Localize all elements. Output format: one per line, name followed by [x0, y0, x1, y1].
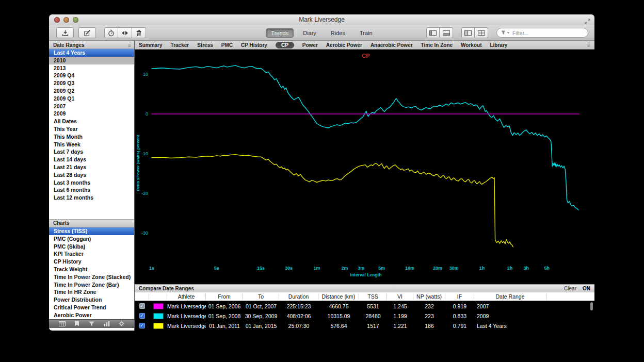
intervals-icon	[121, 30, 129, 36]
x-tick-label: 5m	[378, 266, 385, 271]
column-header-date-range: Date Range	[474, 293, 546, 300]
filter-input[interactable]	[511, 29, 584, 37]
date-range-item-last-7-days[interactable]: Last 7 days	[49, 148, 134, 156]
sidebar-spacer	[49, 202, 134, 219]
compare-scrollbar[interactable]	[590, 302, 593, 310]
date-range-item-all-dates[interactable]: All Dates	[49, 118, 134, 125]
cell-tss: 28480	[359, 313, 387, 319]
compare-row-2009: ✓Mark Liversedge01 Sep, 200830 Sep, 2009…	[135, 311, 594, 321]
tab-stress[interactable]: Stress	[197, 42, 213, 48]
tab-aerobic-power[interactable]: Aerobic Power	[326, 42, 362, 48]
date-range-item-2009-q1[interactable]: 2009 Q1	[49, 95, 134, 103]
date-range-item-2009[interactable]: 2009	[49, 110, 134, 118]
chart-item-track-weight[interactable]: Track Weight	[49, 266, 134, 273]
date-range-item-last-28-days[interactable]: Last 28 days	[49, 171, 134, 179]
chart-item-stress-tiss[interactable]: Stress (TISS)	[49, 227, 134, 235]
toolbar-right: ▾	[426, 27, 594, 38]
tab-anaerobic-power[interactable]: Anaerobic Power	[371, 42, 413, 48]
view-button-train[interactable]: Train	[355, 28, 378, 38]
tab-workout[interactable]: Workout	[461, 42, 481, 48]
chart-item-critical-power-trend[interactable]: Critical Power Trend	[49, 304, 134, 311]
chart-item-time-in-power-zone-bar[interactable]: Time In Power Zone (Bar)	[49, 281, 134, 289]
date-range-item-last-12-months[interactable]: Last 12 months	[49, 194, 134, 202]
compare-title: Compare Date Ranges	[139, 286, 194, 291]
view-button-rides[interactable]: Rides	[326, 28, 350, 38]
date-range-item-2009-q2[interactable]: 2009 Q2	[49, 87, 134, 95]
tabbar-menu-icon[interactable]: ≡	[587, 42, 590, 48]
tab-power[interactable]: Power	[302, 42, 318, 48]
settings-icon[interactable]	[119, 321, 124, 326]
view-button-diary[interactable]: Diary	[298, 28, 321, 38]
tab-cp[interactable]: CP	[276, 42, 294, 48]
chart-item-power-distribution[interactable]: Power Distribution	[49, 296, 134, 304]
date-range-item-last-14-days[interactable]: Last 14 days	[49, 156, 134, 163]
chart-icon[interactable]	[104, 321, 110, 326]
layout-grid-icon	[478, 30, 485, 36]
filter-field[interactable]: ▾	[496, 28, 588, 38]
chart-item-pmc-coggan[interactable]: PMC (Coggan)	[49, 235, 134, 243]
row-checkbox[interactable]: ✓	[139, 313, 145, 319]
chart-item-kpi-tracker[interactable]: KPI Tracker	[49, 250, 134, 258]
filter-icon[interactable]	[89, 321, 94, 326]
date-range-item-last-21-days[interactable]: Last 21 days	[49, 163, 134, 171]
column-header-to: To	[243, 293, 279, 300]
cell-to: 01 Oct, 2007	[243, 303, 279, 309]
compare-on-button[interactable]: ON	[583, 286, 590, 291]
compose-button[interactable]	[78, 27, 96, 38]
row-checkbox[interactable]: ✓	[139, 323, 145, 328]
compare-clear-button[interactable]: Clear	[564, 286, 576, 291]
x-tick-label: 20m	[433, 266, 442, 271]
tab-time-in-zone[interactable]: Time In Zone	[421, 42, 453, 48]
date-range-item-last-4-years[interactable]: Last 4 Years	[49, 49, 134, 57]
download-icon	[61, 29, 69, 37]
date-range-item-2009-q3[interactable]: 2009 Q3	[49, 79, 134, 87]
chart-item-cp-history[interactable]: CP History	[49, 258, 134, 266]
date-range-item-2007[interactable]: 2007	[49, 103, 134, 110]
date-ranges-menu-icon[interactable]: ≡	[128, 42, 131, 48]
x-tick-label: 10m	[405, 266, 414, 271]
date-range-item-2013[interactable]: 2013	[49, 64, 134, 72]
toggle-bottom-panel-button[interactable]	[440, 27, 453, 38]
tab-library[interactable]: Library	[490, 42, 507, 48]
layout-grid-button[interactable]	[475, 27, 488, 38]
x-tick-label: 5h	[544, 266, 550, 271]
date-ranges-title: Date Ranges	[53, 42, 85, 48]
chart-item-time-in-power-zone-stacked[interactable]: Time In Power Zone (Stacked)	[49, 273, 134, 281]
toggle-left-sidebar-button[interactable]	[426, 27, 440, 38]
date-range-item-last-3-months[interactable]: Last 3 months	[49, 179, 134, 187]
chart-area: 100-10-20-301s5s15s30s1m2m3m5m10m20m30m1…	[135, 50, 594, 284]
date-range-item-last-6-months[interactable]: Last 6 months	[49, 186, 134, 194]
calendar-icon[interactable]	[59, 321, 66, 326]
date-range-item-this-month[interactable]: This Month	[49, 133, 134, 141]
tab-pmc[interactable]: PMC	[221, 42, 233, 48]
view-button-trends[interactable]: Trends	[266, 28, 294, 38]
date-range-item-2009-q4[interactable]: 2009 Q4	[49, 72, 134, 79]
chart-item-pmc-skiba[interactable]: PMC (Skiba)	[49, 243, 134, 251]
compare-row-last-4-years: ✓Mark Liversedge01 Jan, 201101 Jan, 2015…	[135, 321, 594, 331]
cp-chart[interactable]: 100-10-20-301s5s15s30s1m2m3m5m10m20m30m1…	[135, 50, 594, 284]
compose-icon	[84, 29, 91, 37]
compare-header: Compare Date Ranges Clear ON	[135, 284, 594, 292]
chart-item-aerobic-power[interactable]: Aerobic Power	[49, 311, 134, 319]
bookmark-icon[interactable]	[74, 321, 79, 326]
cell-athlete: Mark Liversedge	[167, 313, 206, 319]
intervals-button[interactable]	[118, 27, 132, 38]
row-checkbox[interactable]: ✓	[139, 303, 145, 309]
chart-item-time-in-hr-zone[interactable]: Time In HR Zone	[49, 288, 134, 296]
cell-duration: 225:15:23	[279, 303, 318, 309]
stopwatch-button[interactable]	[104, 27, 118, 38]
tab-tracker[interactable]: Tracker	[171, 42, 189, 48]
content: Date Ranges ≡ Last 4 Years201020132009 Q…	[49, 41, 594, 331]
date-range-item-2010[interactable]: 2010	[49, 57, 134, 64]
x-tick-label: 5s	[214, 266, 219, 271]
delete-button[interactable]	[132, 27, 146, 38]
titlebar: Mark Liversedge	[49, 14, 594, 25]
tab-summary[interactable]: Summary	[139, 42, 163, 48]
tab-cp-history[interactable]: CP History	[241, 42, 267, 48]
column-header-blank-0	[135, 293, 149, 300]
column-header-from: From	[206, 293, 243, 300]
date-range-item-this-year[interactable]: This Year	[49, 125, 134, 133]
layout-tiled-button[interactable]	[461, 27, 475, 38]
download-button[interactable]	[56, 27, 74, 38]
date-range-item-this-week[interactable]: This Week	[49, 141, 134, 149]
